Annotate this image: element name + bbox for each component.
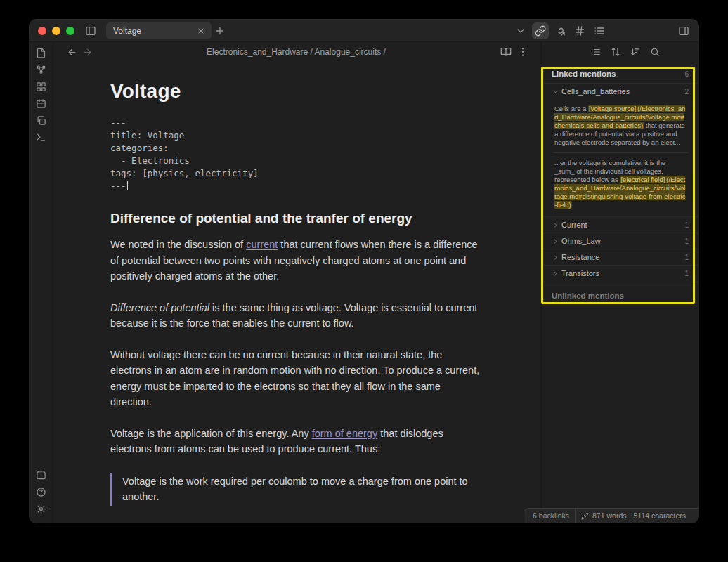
search-highlight: [voltage source]: [588, 105, 637, 112]
sort-order-icon[interactable]: [629, 46, 642, 58]
note-title: Voltage: [110, 80, 481, 103]
linked-mention-group[interactable]: Ohms_Law1: [542, 233, 698, 249]
search-highlight: [electrical field]: [620, 176, 665, 183]
unlinked-mentions-header[interactable]: Unlinked mentions: [542, 282, 698, 309]
title-bar: Voltage: [30, 20, 698, 42]
new-tab-icon[interactable]: [212, 22, 228, 39]
linked-mentions-count: 6: [684, 70, 689, 78]
snippet-text: :: [572, 201, 574, 209]
graph-view-icon[interactable]: [32, 61, 51, 78]
mention-snippets: Cells are a [voltage source](/Electronic…: [542, 99, 698, 216]
daily-note-calendar-icon[interactable]: [32, 95, 51, 112]
mention-group-count: 1: [684, 221, 689, 229]
backlinks-count-status[interactable]: 6 backlinks: [527, 509, 575, 523]
linked-mention-group[interactable]: Cells_and_batteries2: [542, 83, 698, 99]
frontmatter-line[interactable]: ---: [110, 180, 481, 192]
note-body: Difference of potential and the tranfer …: [110, 211, 481, 523]
paragraph: Difference of potential is the same thin…: [110, 300, 481, 332]
text-caret: [127, 181, 129, 190]
forward-arrow-icon[interactable]: [79, 44, 95, 60]
text-run: Without voltage there can be no current …: [110, 349, 479, 408]
tab-title: Voltage: [113, 26, 195, 36]
outgoing-links-icon[interactable]: [552, 22, 568, 39]
paragraph: Without voltage there can be no current …: [110, 347, 481, 410]
linked-mention-group[interactable]: Current1: [542, 216, 698, 233]
list-options-icon[interactable]: [590, 46, 602, 58]
mention-group-name: Cells_and_batteries: [561, 87, 630, 96]
mention-snippet[interactable]: ...er the voltage is cumulative: it is t…: [553, 153, 689, 215]
mention-group-count: 1: [684, 270, 689, 277]
chevron-right-icon: [552, 270, 561, 277]
editor-header: Electronics_and_Hardware / Analogue_circ…: [54, 42, 541, 62]
titlebar-right-actions: [512, 22, 698, 39]
mention-snippet[interactable]: Cells are a [voltage source](/Electronic…: [553, 99, 689, 153]
backlinks-icon[interactable]: [532, 22, 549, 39]
character-count-label: 5114 characters: [633, 511, 686, 520]
mention-group-name: Current: [561, 221, 587, 229]
frontmatter-line[interactable]: tags: [physics, electricity]: [110, 167, 481, 180]
mention-group-name: Transistors: [561, 269, 599, 277]
window-controls: [30, 27, 82, 35]
templates-copy-icon[interactable]: [32, 112, 51, 129]
vault-switcher-icon[interactable]: [32, 466, 51, 483]
chevron-right-icon: [552, 237, 561, 245]
canvas-grid-icon[interactable]: [32, 78, 51, 95]
frontmatter-line[interactable]: categories:: [110, 142, 481, 155]
frontmatter-line[interactable]: - Electronics: [110, 155, 481, 167]
back-arrow-icon[interactable]: [64, 44, 79, 60]
paragraph: We noted in the discussion of current th…: [110, 237, 481, 285]
chevron-right-icon: [552, 221, 561, 229]
status-bar: 6 backlinks 871 words 5114 characters: [524, 508, 698, 523]
linked-mention-group[interactable]: Transistors1: [542, 265, 698, 281]
sidebar-toggle-icon[interactable]: [82, 22, 99, 39]
mention-group-name: Resistance: [561, 253, 599, 261]
frontmatter-line[interactable]: ---: [110, 117, 481, 129]
section-heading: Difference of potential and the tranfer …: [110, 211, 481, 226]
backlinks-count-label: 6 backlinks: [533, 511, 569, 520]
left-ribbon: [30, 42, 53, 523]
search-icon[interactable]: [649, 46, 661, 58]
more-options-icon[interactable]: [514, 44, 531, 60]
mention-group-count: 1: [684, 237, 689, 245]
emphasis-text: Difference of potential: [110, 302, 209, 313]
editor-pane: Electronics_and_Hardware / Analogue_circ…: [54, 42, 541, 523]
note-editor[interactable]: Voltage ---title: Voltagecategories: - E…: [54, 62, 541, 523]
backlinks-panel: Linked mentions 6 Cells_and_batteries2Ce…: [541, 42, 698, 523]
terminal-icon[interactable]: [32, 129, 51, 145]
tags-icon[interactable]: [571, 22, 588, 39]
mention-group-name: Ohms_Law: [561, 237, 601, 245]
tab-list-chevron-icon[interactable]: [512, 22, 529, 39]
word-count-status[interactable]: 871 words 5114 characters: [575, 509, 691, 523]
close-window-button[interactable]: [38, 27, 46, 35]
paragraph: Voltage is the application of this energ…: [110, 426, 481, 457]
reading-mode-icon[interactable]: [498, 44, 514, 60]
frontmatter: ---title: Voltagecategories: - Electroni…: [110, 117, 481, 192]
word-count-label: 871 words: [592, 511, 626, 520]
close-tab-icon[interactable]: [195, 25, 207, 37]
snippet-text: Cells are a: [554, 105, 588, 112]
internal-link[interactable]: form of energy: [312, 428, 378, 439]
linked-mentions-title: Linked mentions: [552, 70, 616, 78]
tab-voltage[interactable]: Voltage: [106, 22, 212, 39]
new-note-icon[interactable]: [32, 44, 51, 61]
mention-groups: Cells_and_batteries2Cells are a [voltage…: [542, 83, 698, 281]
breadcrumb[interactable]: Electronics_and_Hardware / Analogue_circ…: [95, 47, 498, 57]
app-window: Voltage: [30, 20, 698, 523]
linked-mention-group[interactable]: Resistance1: [542, 249, 698, 265]
minimize-window-button[interactable]: [52, 27, 60, 35]
collapse-expand-icon[interactable]: [609, 46, 622, 58]
mention-group-count: 2: [684, 88, 689, 96]
backlinks-panel-header: [542, 42, 698, 62]
help-icon[interactable]: [32, 483, 51, 500]
pencil-icon: [581, 512, 589, 520]
internal-link[interactable]: current: [246, 239, 278, 250]
text-run: We noted in the discussion of: [110, 239, 246, 250]
chevron-down-icon: [552, 88, 561, 96]
outline-icon[interactable]: [591, 22, 608, 39]
frontmatter-line[interactable]: title: Voltage: [110, 129, 481, 142]
settings-gear-icon[interactable]: [32, 500, 51, 517]
right-sidebar-toggle-icon[interactable]: [675, 22, 692, 39]
linked-mentions-header[interactable]: Linked mentions 6: [542, 62, 698, 83]
zoom-window-button[interactable]: [66, 27, 74, 35]
blockquote: Voltage is the work required per coulomb…: [110, 473, 481, 506]
